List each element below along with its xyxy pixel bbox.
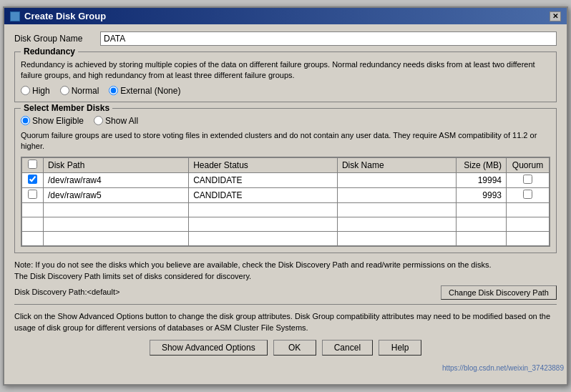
quorum-description: Quorum failure groups are used to store … xyxy=(21,130,550,152)
disk-table-container: Disk Path Header Status Disk Name Size (… xyxy=(21,157,550,247)
note-line2: The Disk Discovery Path limits set of di… xyxy=(14,270,557,283)
disk-group-name-row: Disk Group Name xyxy=(14,31,557,46)
row1-quorum-cell xyxy=(507,172,550,187)
row1-checkbox[interactable] xyxy=(28,175,37,184)
select-member-disks-title: Select Member Disks xyxy=(21,103,112,113)
redundancy-normal-label: Normal xyxy=(72,86,99,96)
watermark-text: https://blog.csdn.net/weixin_37423889 xyxy=(442,364,564,372)
discovery-path-label: Disk Discovery Path: xyxy=(14,288,87,296)
dialog-body: Disk Group Name Redundancy Redundancy is… xyxy=(4,24,567,363)
redundancy-external-radio[interactable] xyxy=(109,86,118,95)
row1-disk-name xyxy=(337,172,456,187)
row2-quorum-cell xyxy=(507,187,550,202)
bottom-note-text: Click on the Show Advanced Options butto… xyxy=(14,312,550,333)
change-disk-discovery-path-button[interactable]: Change Disk Discovery Path xyxy=(441,285,557,300)
watermark: https://blog.csdn.net/weixin_37423889 xyxy=(4,363,567,373)
table-empty-row xyxy=(22,231,550,245)
discovery-path-value: <default> xyxy=(87,288,119,296)
cancel-button[interactable]: Cancel xyxy=(322,340,373,356)
row1-size: 19994 xyxy=(457,172,507,187)
show-advanced-options-button[interactable]: Show Advanced Options xyxy=(150,340,268,356)
redundancy-content: Redundancy is achieved by storing multip… xyxy=(21,59,550,96)
table-empty-row xyxy=(22,202,550,217)
redundancy-external: External (None) xyxy=(109,86,180,96)
col-header-size: Size (MB) xyxy=(457,157,507,172)
row1-quorum-checkbox[interactable] xyxy=(523,175,532,184)
col-header-disk-name: Disk Name xyxy=(337,157,456,172)
button-row: Show Advanced Options OK Cancel Help xyxy=(14,340,557,356)
table-row: /dev/raw/raw4 CANDIDATE 19994 xyxy=(22,172,550,187)
header-checkbox[interactable] xyxy=(28,160,37,169)
row2-disk-name xyxy=(337,187,456,202)
show-eligible-radio[interactable] xyxy=(21,116,30,125)
col-header-checkbox xyxy=(22,157,44,172)
show-disks-radio-row: Show Eligible Show All xyxy=(21,116,550,126)
redundancy-high-radio[interactable] xyxy=(21,86,30,95)
discovery-path-row: Disk Discovery Path:<default> Change Dis… xyxy=(14,285,557,300)
select-member-disks-content: Show Eligible Show All Quorum failure gr… xyxy=(21,116,550,247)
help-button[interactable]: Help xyxy=(379,340,421,356)
select-member-disks-group: Select Member Disks Show Eligible Show A… xyxy=(14,108,557,253)
redundancy-radio-row: High Normal External (None) xyxy=(21,86,550,96)
row2-disk-path: /dev/raw/raw5 xyxy=(44,187,189,202)
redundancy-high-label: High xyxy=(32,86,50,96)
bottom-note: Click on the Show Advanced Options butto… xyxy=(14,304,557,334)
redundancy-title: Redundancy xyxy=(21,46,78,57)
create-disk-group-dialog: Create Disk Group ✕ Disk Group Name Redu… xyxy=(3,6,568,386)
title-bar: Create Disk Group ✕ xyxy=(4,8,567,24)
disk-table: Disk Path Header Status Disk Name Size (… xyxy=(21,157,550,246)
row1-disk-path: /dev/raw/raw4 xyxy=(44,172,189,187)
col-header-quorum: Quorum xyxy=(507,157,550,172)
row2-checkbox[interactable] xyxy=(28,190,37,199)
redundancy-external-label: External (None) xyxy=(120,86,180,96)
row2-size: 9993 xyxy=(457,187,507,202)
redundancy-high: High xyxy=(21,86,50,96)
table-empty-row xyxy=(22,217,550,231)
row1-header-status: CANDIDATE xyxy=(189,172,338,187)
row2-quorum-checkbox[interactable] xyxy=(523,190,532,199)
discovery-path-text: Disk Discovery Path:<default> xyxy=(14,286,119,298)
table-row: /dev/raw/raw5 CANDIDATE 9993 xyxy=(22,187,550,202)
disk-group-name-input[interactable] xyxy=(100,31,557,46)
redundancy-description: Redundancy is achieved by storing multip… xyxy=(21,59,550,82)
row2-checkbox-cell xyxy=(22,187,44,202)
dialog-title: Create Disk Group xyxy=(24,11,106,21)
table-header-row: Disk Path Header Status Disk Name Size (… xyxy=(22,157,550,172)
show-all-item: Show All xyxy=(94,116,138,126)
ok-button[interactable]: OK xyxy=(273,340,316,356)
row2-header-status: CANDIDATE xyxy=(189,187,338,202)
dialog-icon xyxy=(10,11,20,21)
title-bar-left: Create Disk Group xyxy=(10,11,106,21)
close-button[interactable]: ✕ xyxy=(550,11,561,21)
col-header-header-status: Header Status xyxy=(189,157,338,172)
redundancy-normal-radio[interactable] xyxy=(60,86,69,95)
row1-checkbox-cell xyxy=(22,172,44,187)
disk-group-name-label: Disk Group Name xyxy=(14,34,100,44)
note-line1: Note: If you do not see the disks which … xyxy=(14,259,557,271)
show-eligible-item: Show Eligible xyxy=(21,116,84,126)
redundancy-normal: Normal xyxy=(60,86,99,96)
col-header-disk-path: Disk Path xyxy=(44,157,189,172)
show-eligible-label: Show Eligible xyxy=(32,116,84,126)
show-all-radio[interactable] xyxy=(94,116,103,125)
show-all-label: Show All xyxy=(105,116,138,126)
note-section: Note: If you do not see the disks which … xyxy=(14,259,557,300)
redundancy-group: Redundancy Redundancy is achieved by sto… xyxy=(14,52,557,102)
